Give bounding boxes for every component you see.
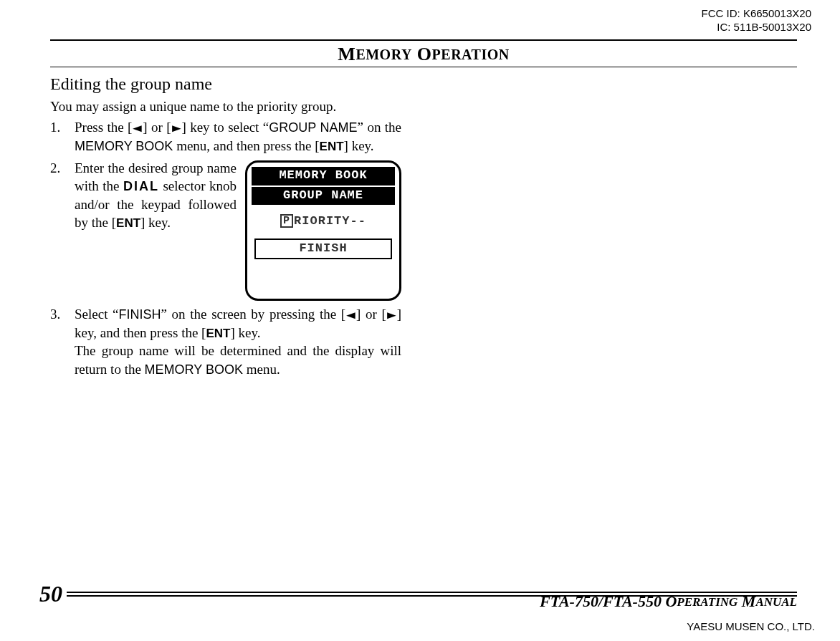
page-number: 50 <box>39 581 67 607</box>
step-body: Press the [◄] or [►] key to select “GROU… <box>75 118 401 155</box>
text: ] key to select “ <box>181 120 269 135</box>
ui-label: FINISH <box>119 307 161 322</box>
content-column: Editing the group name You may assign a … <box>50 73 401 378</box>
lcd-cursor-char: P <box>280 214 293 228</box>
ui-label: MEMORY BOOK <box>145 362 243 377</box>
text: ] key. <box>140 215 171 230</box>
step-1: 1. Press the [◄] or [►] key to select “G… <box>50 118 401 155</box>
lcd-entry-text: RIORITY-- <box>294 214 366 228</box>
text: ” on the <box>358 120 401 135</box>
lcd-subtitle-bar: GROUP NAME <box>252 187 395 205</box>
manual-title-part: PERATING <box>677 595 738 609</box>
subheading: Editing the group name <box>50 73 401 96</box>
text: Press the [ <box>75 120 132 135</box>
manual-page: FCC ID: K6650013X20 IC: 511B-50013X20 ME… <box>0 0 840 641</box>
manual-title-part: M <box>738 592 755 610</box>
arrow-right-icon: ► <box>384 308 399 322</box>
ui-label: GROUP NAME <box>269 120 357 135</box>
manual-title-part: FTA-750/FTA-550 O <box>540 592 677 610</box>
text: Select “ <box>75 307 119 322</box>
fcc-id: FCC ID: K6650013X20 <box>702 7 811 21</box>
manual-title: FTA-750/FTA-550 OPERATING MANUAL <box>540 592 797 611</box>
step-2: 2. Enter the desired group name with the… <box>50 159 401 301</box>
step-number: 2. <box>50 159 75 301</box>
text: ] key. <box>230 325 260 340</box>
lcd-entry-line: PRIORITY-- <box>252 206 395 232</box>
manual-title-part: ANUAL <box>755 595 797 609</box>
key-label: ENT <box>206 327 230 340</box>
step-number: 3. <box>50 305 75 378</box>
section-title: MEMORY OPERATION <box>50 41 797 67</box>
key-label: ENT <box>320 140 344 153</box>
section-header: MEMORY OPERATION <box>50 0 797 67</box>
key-label: ENT <box>116 216 140 230</box>
intro-text: You may assign a unique name to the prio… <box>50 97 401 115</box>
knob-label: DIAL <box>123 179 159 193</box>
text: ] or [ <box>143 120 171 135</box>
step-body: Enter the desired group name with the DI… <box>75 159 401 301</box>
step-body: Select “FINISH” on the screen by pressin… <box>75 305 401 378</box>
arrow-right-icon: ► <box>169 121 184 135</box>
title-part: O <box>417 44 432 64</box>
regulatory-ids: FCC ID: K6650013X20 IC: 511B-50013X20 <box>702 7 811 34</box>
title-part: EMORY <box>355 47 411 62</box>
ui-label: MEMORY BOOK <box>75 139 173 153</box>
lcd-title-bar: MEMORY BOOK <box>252 167 395 185</box>
text: ] key. <box>344 138 374 153</box>
text: menu, and then press the [ <box>173 138 319 153</box>
company-name: YAESU MUSEN CO., LTD. <box>687 620 815 632</box>
text: ] or [ <box>356 307 386 322</box>
steps-list: 1. Press the [◄] or [►] key to select “G… <box>50 118 401 379</box>
arrow-left-icon: ◄ <box>343 308 358 322</box>
step-number: 1. <box>50 118 75 155</box>
title-part: M <box>338 44 355 64</box>
step-3: 3. Select “FINISH” on the screen by pres… <box>50 305 401 378</box>
arrow-left-icon: ◄ <box>130 121 145 135</box>
lcd-screen: MEMORY BOOK GROUP NAME PRIORITY-- FINISH <box>245 160 401 301</box>
ic-id: IC: 511B-50013X20 <box>702 21 811 34</box>
lcd-finish-button: FINISH <box>254 238 392 259</box>
text: menu. <box>243 362 280 377</box>
rule-bottom <box>50 67 797 67</box>
title-part: PERATION <box>432 47 510 62</box>
text: ” on the screen by pressing the [ <box>161 307 346 322</box>
